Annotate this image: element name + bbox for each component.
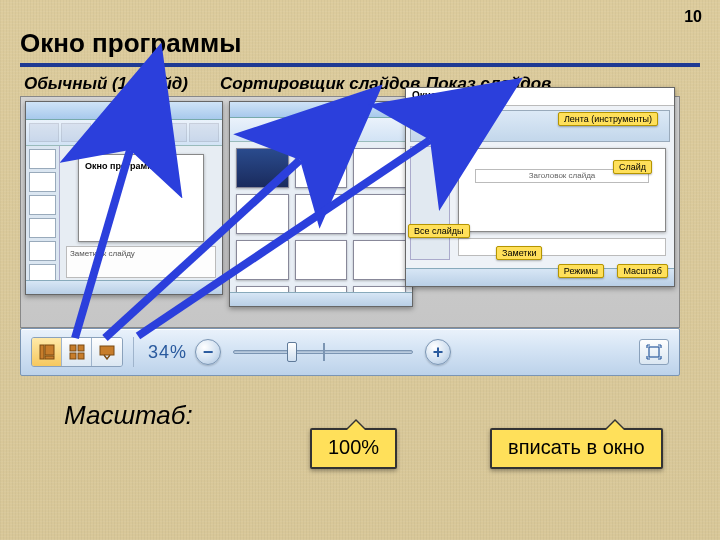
scale-label: Масштаб: bbox=[64, 400, 193, 431]
svg-rect-7 bbox=[100, 346, 114, 355]
zoom-out-button[interactable]: − bbox=[195, 339, 221, 365]
screenshot-slideshow: Окно программы Заголовок слайда Лента (и… bbox=[405, 87, 675, 287]
view-normal-button[interactable] bbox=[32, 338, 62, 366]
shot1-slide-title: Окно программы bbox=[78, 154, 204, 242]
view-slideshow-button[interactable] bbox=[92, 338, 122, 366]
page-number: 10 bbox=[684, 8, 702, 26]
plus-icon: + bbox=[433, 342, 444, 363]
screenshots-area: Окно программы Заметки к слайду Окно про… bbox=[20, 96, 680, 328]
view-buttons-group bbox=[31, 337, 123, 367]
sorter-view-icon bbox=[69, 344, 85, 360]
slideshow-view-icon bbox=[99, 344, 115, 360]
svg-rect-1 bbox=[45, 345, 54, 355]
label-sorter-view: Сортировщик слайдов bbox=[220, 74, 420, 94]
status-bar: 34% − + bbox=[20, 328, 680, 376]
view-sorter-button[interactable] bbox=[62, 338, 92, 366]
fit-to-window-button[interactable] bbox=[639, 339, 669, 365]
label-normal-view: Обычный (1 слайд) bbox=[24, 74, 214, 94]
callout-slide: Слайд bbox=[613, 160, 652, 174]
callout-fit-window: вписать в окно bbox=[490, 428, 663, 469]
screenshot-slide-sorter bbox=[229, 101, 413, 307]
svg-rect-5 bbox=[70, 353, 76, 359]
callout-zoom: Масштаб bbox=[617, 264, 668, 278]
zoom-slider[interactable] bbox=[233, 339, 413, 365]
zoom-slider-thumb[interactable] bbox=[287, 342, 297, 362]
callout-ribbon: Лента (инструменты) bbox=[558, 112, 658, 126]
zoom-percentage[interactable]: 34% bbox=[144, 342, 191, 363]
svg-rect-2 bbox=[45, 356, 54, 359]
svg-rect-8 bbox=[649, 347, 659, 357]
screenshot-normal-view: Окно программы Заметки к слайду bbox=[25, 101, 223, 295]
callout-zoom-100: 100% bbox=[310, 428, 397, 469]
svg-rect-0 bbox=[40, 345, 44, 359]
shot1-notes: Заметки к слайду bbox=[66, 246, 216, 278]
normal-view-icon bbox=[39, 344, 55, 360]
svg-rect-4 bbox=[78, 345, 84, 351]
page-title: Окно программы bbox=[20, 28, 700, 67]
shot3-header: Окно программы bbox=[406, 88, 674, 106]
callout-modes: Режимы bbox=[558, 264, 604, 278]
zoom-in-button[interactable]: + bbox=[425, 339, 451, 365]
minus-icon: − bbox=[203, 342, 214, 363]
fit-window-icon bbox=[646, 344, 662, 360]
svg-rect-3 bbox=[70, 345, 76, 351]
callout-notes: Заметки bbox=[496, 246, 542, 260]
svg-rect-6 bbox=[78, 353, 84, 359]
callout-all-slides: Все слайды bbox=[408, 224, 470, 238]
